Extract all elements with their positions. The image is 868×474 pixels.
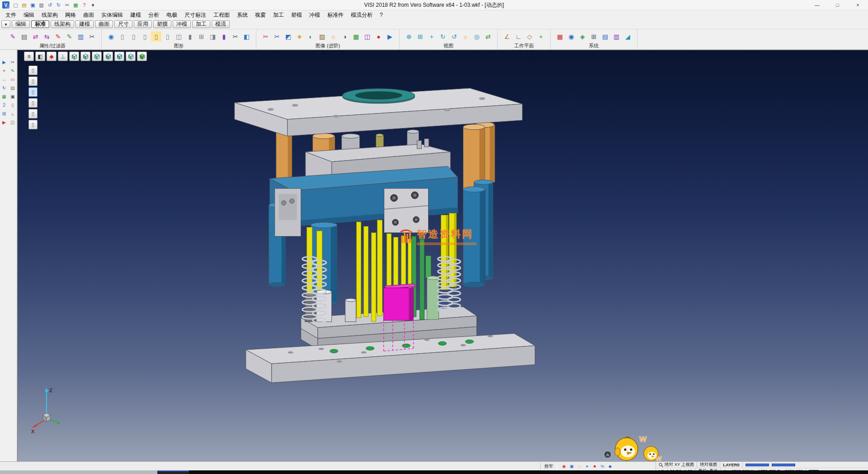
view-cube-left[interactable] <box>92 52 102 61</box>
slope-icon[interactable]: ◢ <box>623 31 633 42</box>
previous-view-icon[interactable]: ↺ <box>449 31 459 42</box>
cylinder-icon[interactable]: ▯ <box>9 102 16 109</box>
barrel-shade-icon[interactable]: ◨ <box>208 31 218 42</box>
view-window-icon[interactable]: ◧ <box>35 52 45 61</box>
attr-pencil-red-icon[interactable]: ✎ <box>53 31 63 42</box>
compare-icon[interactable]: ◫ <box>362 31 373 42</box>
os-taskbar[interactable] <box>0 470 868 474</box>
print-icon[interactable]: ▥ <box>38 1 45 9</box>
menu-file[interactable]: 文件 <box>2 11 20 19</box>
cut-icon[interactable]: ✂ <box>63 1 71 9</box>
tab-dimension[interactable]: 尺寸 <box>114 20 132 28</box>
bulb-icon[interactable]: ☼ <box>576 463 582 469</box>
percent-icon[interactable]: % <box>599 463 605 469</box>
snapshot-icon[interactable]: ◩ <box>283 31 293 42</box>
knife-icon[interactable]: ✂ <box>230 31 241 42</box>
clip-magenta-icon[interactable]: ✂ <box>260 31 271 42</box>
layer-cell[interactable]: LAYER0 <box>720 462 743 468</box>
cube-icon[interactable]: ◆ <box>607 463 613 469</box>
section-icon[interactable]: ◧ <box>241 31 252 42</box>
new-doc-icon[interactable]: ▢ <box>12 1 19 9</box>
grid-2-icon[interactable]: ⊞ <box>1 110 8 117</box>
menu-edit[interactable]: 编辑 <box>20 11 38 19</box>
texture-icon[interactable]: ▨ <box>317 31 327 42</box>
display-style-6[interactable]: ▯ <box>28 120 38 129</box>
cylinder-2-icon[interactable]: ▯ <box>128 31 139 42</box>
zoom-window-icon[interactable]: ⊞ <box>415 31 425 42</box>
menu-die[interactable]: 冲模 <box>306 11 324 19</box>
move-icon[interactable]: ↔ <box>1 76 8 83</box>
mesh-icon[interactable]: ▦ <box>1 93 8 100</box>
menu-window[interactable]: 视窗 <box>251 11 269 19</box>
flag-icon[interactable]: ▶ <box>1 119 8 126</box>
workplane-axis-icon[interactable]: ∟ <box>513 31 524 42</box>
star-quality-icon[interactable]: ★ <box>294 31 305 42</box>
dim-2d-icon[interactable]: 2 <box>1 102 8 109</box>
grid-icon[interactable]: ▦ <box>72 1 80 9</box>
cylinder-1-icon[interactable]: ▯ <box>117 31 127 42</box>
pin-icon[interactable]: ◉ <box>561 463 567 469</box>
purple-barrel-icon[interactable]: ▮ <box>219 31 229 42</box>
qat-dropdown-icon[interactable]: ▾ <box>89 1 97 9</box>
rotate-view-icon[interactable]: ↻ <box>438 31 448 42</box>
tab-overflow-button[interactable]: ▾ <box>1 20 10 28</box>
tab-standard[interactable]: 标准 <box>31 20 49 28</box>
menu-help[interactable]: ? <box>376 11 387 19</box>
attr-scissors-icon[interactable]: ✂ <box>87 31 97 42</box>
grid-snap-icon[interactable]: ⊞ <box>589 31 599 42</box>
erase-icon[interactable]: ▭ <box>9 76 16 83</box>
tab-surface[interactable]: 曲面 <box>95 20 113 28</box>
viewport[interactable]: ≡◧◆⊥ <box>17 50 868 461</box>
attr-printer-icon[interactable]: ▤ <box>19 31 29 42</box>
menu-dimension[interactable]: 尺寸标注 <box>181 11 210 19</box>
pan-icon[interactable]: + <box>426 31 437 42</box>
attr-swap-icon[interactable]: ⇄ <box>30 31 41 42</box>
menu-system[interactable]: 系统 <box>233 11 251 19</box>
workplane-reset-icon[interactable]: + <box>536 31 546 42</box>
maximize-button[interactable]: □ <box>827 0 848 10</box>
menu-wireframe[interactable]: 线架构 <box>38 11 61 19</box>
alert-icon[interactable]: ■ <box>592 463 598 469</box>
record-icon[interactable]: ● <box>373 31 384 42</box>
shaded-view-icon[interactable]: ◉ <box>106 31 116 42</box>
taskbar-active-app[interactable] <box>157 470 189 474</box>
copy-icon[interactable]: ◫ <box>9 119 16 126</box>
clip-blue-icon[interactable]: ✂ <box>272 31 282 42</box>
view-axis-icon[interactable]: ⊥ <box>58 52 68 61</box>
menu-analysis[interactable]: 分析 <box>145 11 163 19</box>
menu-electrode[interactable]: 电极 <box>163 11 181 19</box>
save-icon[interactable]: ▣ <box>29 1 37 9</box>
wireframe-toggle-icon[interactable]: ▯ <box>151 31 161 42</box>
barrel-box-icon[interactable]: ⊞ <box>196 31 207 42</box>
menu-drafting[interactable]: 工程图 <box>210 11 233 19</box>
tab-modeling[interactable]: 建模 <box>75 20 94 28</box>
menu-surface[interactable]: 曲面 <box>80 11 98 19</box>
lock-toggle[interactable]: 拴牢 <box>540 463 557 469</box>
tab-edit[interactable]: 编辑 <box>12 20 30 28</box>
menu-modeling[interactable]: 建模 <box>127 11 145 19</box>
help-icon[interactable]: ? <box>80 1 88 9</box>
menu-mesh[interactable]: 网格 <box>61 11 80 19</box>
workplane-free-icon[interactable]: ◇ <box>524 31 535 42</box>
refresh-icon[interactable]: ⇄ <box>483 31 493 42</box>
tab-machining[interactable]: 加工 <box>192 20 210 28</box>
attr-layers-icon[interactable]: ▥ <box>75 31 86 42</box>
color-grid-icon[interactable]: ▦ <box>555 31 565 42</box>
trim-icon[interactable]: ✂ <box>9 59 16 66</box>
attr-edit-icon[interactable]: ✎ <box>8 31 18 42</box>
cursor-icon[interactable]: ▶ <box>385 31 395 42</box>
tab-moldflow[interactable]: 模流 <box>212 20 230 28</box>
cylinder-3-icon[interactable]: ▯ <box>140 31 150 42</box>
display-style-4[interactable]: ▯ <box>28 98 38 108</box>
gallery-icon[interactable]: ▦ <box>351 31 361 42</box>
display-style-3[interactable]: ▯ <box>28 87 38 97</box>
sun-icon[interactable]: ☼ <box>460 31 471 42</box>
light-icon[interactable]: ☼ <box>328 31 339 42</box>
view-mode-cell[interactable]: 绝对 XY 上视图 <box>656 462 697 468</box>
attr-pencil-green-icon[interactable]: ✎ <box>64 31 75 42</box>
view-cube-top[interactable] <box>69 52 79 61</box>
tab-wireframe[interactable]: 线架构 <box>51 20 74 28</box>
sheet-icon[interactable]: ▤ <box>9 85 16 91</box>
info-icon[interactable]: ● <box>584 463 590 469</box>
view-marker-icon[interactable]: ◆ <box>47 52 57 61</box>
